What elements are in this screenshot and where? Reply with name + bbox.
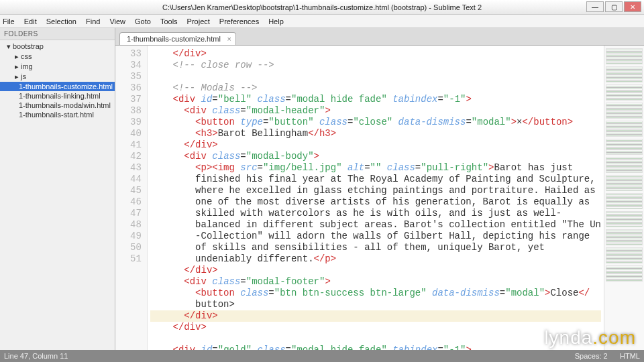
menu-goto[interactable]: Goto	[135, 17, 151, 25]
minimap-block	[606, 84, 643, 101]
folder-css[interactable]: ▸css	[0, 52, 115, 62]
tab-close-icon[interactable]: ×	[227, 35, 231, 43]
folder-label: img	[21, 62, 33, 70]
file-label: 1-thumbnails-start.html	[19, 111, 94, 119]
sidebar: FOLDERS ▾bootstrap ▸css ▸img ▸js 1-thumb…	[0, 28, 115, 350]
close-button[interactable]: ✕	[624, 1, 641, 12]
window-title: C:\Users\Jen Kramer\Desktop\bootstrap\1-…	[162, 3, 482, 11]
folder-img[interactable]: ▸img	[0, 62, 115, 72]
file-label: 1-thumbnails-modalwin.html	[19, 101, 111, 109]
minimap-block	[606, 103, 643, 119]
minimap-block	[606, 211, 643, 227]
folder-js[interactable]: ▸js	[0, 72, 115, 82]
tab-label: 1-thumbnails-customize.html	[127, 35, 221, 43]
file-label: 1-thumbnails-customize.html	[19, 82, 113, 90]
minimap-block	[606, 247, 643, 263]
minimap-block	[606, 229, 643, 245]
minimize-button[interactable]: —	[586, 1, 604, 12]
file-item-selected[interactable]: 1-thumbnails-customize.html	[0, 82, 115, 91]
folder-label: css	[21, 52, 32, 60]
menu-file[interactable]: File	[3, 17, 15, 25]
minimap-block	[606, 48, 643, 64]
menu-edit[interactable]: Edit	[24, 17, 37, 25]
status-left: Line 47, Column 11	[4, 352, 68, 360]
window-controls: — ▢ ✕	[586, 1, 641, 12]
tab-bar: 1-thumbnails-customize.html ×	[115, 28, 644, 46]
folder-label: bootstrap	[13, 42, 44, 50]
status-lang[interactable]: HTML	[620, 352, 640, 360]
sidebar-header: FOLDERS	[0, 28, 115, 40]
minimap-block	[606, 121, 643, 137]
folder-tree: ▾bootstrap ▸css ▸img ▸js 1-thumbnails-cu…	[0, 40, 115, 121]
menu-find[interactable]: Find	[86, 17, 100, 25]
menu-project[interactable]: Project	[187, 17, 210, 25]
menu-selection[interactable]: Selection	[46, 17, 76, 25]
file-label: 1-thumbnails-linking.html	[19, 92, 101, 100]
menu-view[interactable]: View	[109, 17, 125, 25]
file-item[interactable]: 1-thumbnails-modalwin.html	[0, 101, 115, 110]
code-content[interactable]: </div> <!-- close row --> <!-- Modals --…	[148, 46, 604, 350]
minimap-block	[606, 66, 643, 82]
editor-area: 1-thumbnails-customize.html × 3334353637…	[115, 28, 644, 350]
folder-root[interactable]: ▾bootstrap	[0, 42, 115, 52]
title-bar: C:\Users\Jen Kramer\Desktop\bootstrap\1-…	[0, 0, 644, 15]
minimap-block	[606, 265, 643, 282]
menu-tools[interactable]: Tools	[160, 17, 178, 25]
minimap-block	[606, 175, 643, 191]
maximize-button[interactable]: ▢	[605, 1, 623, 12]
file-item[interactable]: 1-thumbnails-start.html	[0, 110, 115, 119]
status-spaces[interactable]: Spaces: 2	[575, 352, 608, 360]
code-editor[interactable]: 33343536373839404142434445464748495051 <…	[115, 46, 644, 350]
folder-label: js	[21, 72, 26, 80]
menu-bar: File Edit Selection Find View Goto Tools…	[0, 15, 644, 28]
file-item[interactable]: 1-thumbnails-linking.html	[0, 91, 115, 101]
tab-active[interactable]: 1-thumbnails-customize.html ×	[119, 32, 236, 45]
workspace: FOLDERS ▾bootstrap ▸css ▸img ▸js 1-thumb…	[0, 28, 644, 350]
minimap-block	[606, 193, 643, 209]
minimap-block	[606, 157, 643, 173]
minimap[interactable]	[604, 46, 644, 350]
menu-preferences[interactable]: Preferences	[219, 17, 259, 25]
menu-help[interactable]: Help	[268, 17, 284, 25]
minimap-block	[606, 139, 643, 155]
status-right: Spaces: 2 HTML	[575, 352, 640, 360]
status-bar: Line 47, Column 11 Spaces: 2 HTML	[0, 350, 644, 362]
line-gutter: 33343536373839404142434445464748495051	[115, 46, 148, 350]
